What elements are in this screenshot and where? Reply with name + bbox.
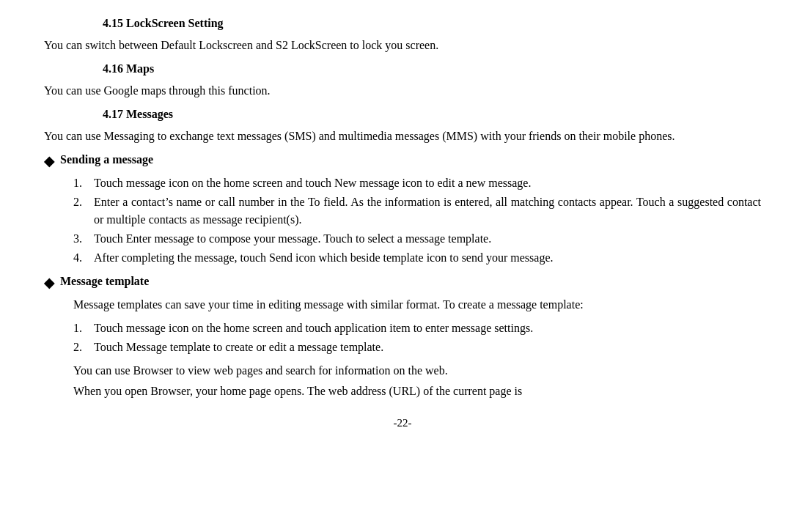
list-num: 2. xyxy=(73,339,94,356)
heading-416: 4.16 Maps xyxy=(103,60,761,78)
list-num: 3. xyxy=(73,230,94,248)
body-415: You can switch between Default Lockscree… xyxy=(44,37,761,54)
sending-heading: ◆ Sending a message xyxy=(44,151,761,171)
list-item: 2.Touch Message template to create or ed… xyxy=(73,339,761,356)
section-415: 4.15 LockScreen Setting You can switch b… xyxy=(44,15,761,54)
list-num: 1. xyxy=(73,174,94,192)
closing-text-2: When you open Browser, your home page op… xyxy=(73,383,761,400)
list-item: 1.Touch message icon on the home screen … xyxy=(73,319,761,337)
body-416: You can use Google maps through this fun… xyxy=(44,82,761,100)
template-heading-label: Message template xyxy=(60,273,149,290)
page-footer: -22- xyxy=(44,415,761,432)
template-intro: Message templates can save your time in … xyxy=(73,296,761,314)
list-text: Touch message icon on the home screen an… xyxy=(94,174,761,192)
template-list: 1.Touch message icon on the home screen … xyxy=(73,319,761,356)
list-text: Touch message icon on the home screen an… xyxy=(94,319,761,337)
bullet-diamond-icon: ◆ xyxy=(44,152,54,171)
list-num: 4. xyxy=(73,249,94,267)
list-item: 1.Touch message icon on the home screen … xyxy=(73,174,761,192)
list-text: After completing the message, touch Send… xyxy=(94,249,761,267)
heading-417: 4.17 Messages xyxy=(103,106,761,123)
list-item: 4.After completing the message, touch Se… xyxy=(73,249,761,267)
template-heading: ◆ Message template xyxy=(44,273,761,293)
page-number: -22- xyxy=(394,417,412,429)
body-417: You can use Messaging to exchange text m… xyxy=(44,128,761,145)
sending-list: 1.Touch message icon on the home screen … xyxy=(73,174,761,267)
sending-heading-label: Sending a message xyxy=(60,151,153,169)
list-num: 1. xyxy=(73,319,94,337)
list-text: Touch Message template to create or edit… xyxy=(94,339,761,356)
template-section: ◆ Message template Message templates can… xyxy=(44,273,761,400)
list-item: 3.Touch Enter message to compose your me… xyxy=(73,230,761,248)
list-item: 2.Enter a contact’s name or call number … xyxy=(73,193,761,229)
closing-text-1: You can use Browser to view web pages an… xyxy=(73,362,761,380)
section-417: 4.17 Messages You can use Messaging to e… xyxy=(44,106,761,145)
section-416: 4.16 Maps You can use Google maps throug… xyxy=(44,60,761,100)
sending-section: ◆ Sending a message 1.Touch message icon… xyxy=(44,151,761,267)
bullet-diamond-icon-2: ◆ xyxy=(44,273,54,293)
heading-415: 4.15 LockScreen Setting xyxy=(103,15,761,32)
list-text: Touch Enter message to compose your mess… xyxy=(94,230,761,248)
list-num: 2. xyxy=(73,193,94,211)
list-text: Enter a contact’s name or call number in… xyxy=(94,193,761,229)
